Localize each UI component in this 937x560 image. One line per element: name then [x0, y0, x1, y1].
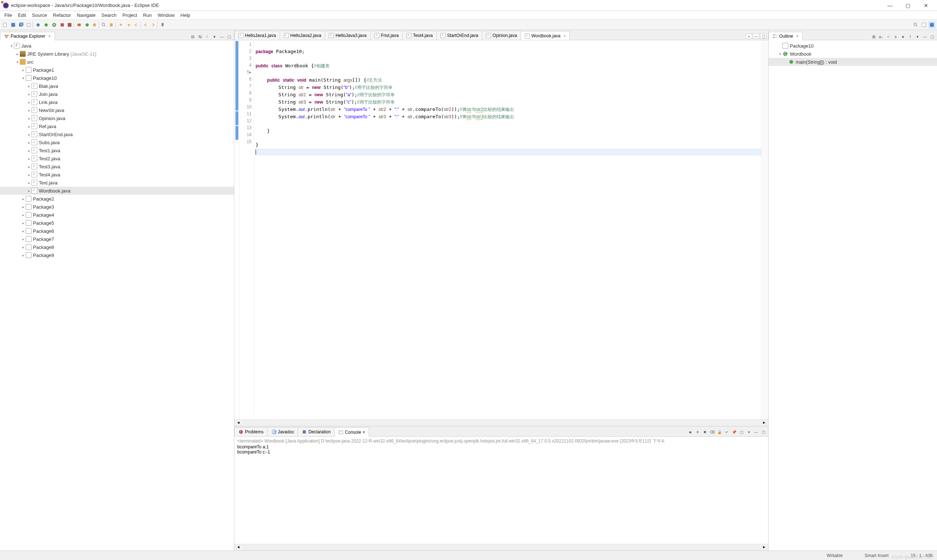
next-annotation-button[interactable]	[125, 21, 133, 29]
hide-local-button[interactable]: l	[907, 33, 914, 40]
sort-button[interactable]: a↓	[878, 33, 884, 40]
package-node[interactable]: ▸Package8	[0, 243, 234, 251]
editor-tab[interactable]: HelloJava3.java	[325, 31, 371, 40]
close-icon[interactable]: ×	[48, 34, 51, 39]
menu-navigate[interactable]: Navigate	[74, 12, 99, 18]
console-tab[interactable]: Console ×	[334, 428, 369, 437]
view-menu-button[interactable]: ▾	[914, 33, 921, 40]
quick-access-button[interactable]	[912, 21, 919, 29]
collapse-all-button[interactable]: ⊟	[189, 33, 196, 40]
coverage-button[interactable]	[59, 21, 66, 29]
package-node[interactable]: ▸ Package1	[0, 66, 234, 74]
menu-source[interactable]: Source	[29, 12, 50, 18]
prev-annotation-button[interactable]	[117, 21, 125, 29]
maximize-button[interactable]: ▢	[900, 0, 916, 11]
minimize-editor-button[interactable]: —	[753, 34, 760, 39]
editor-tab[interactable]: Opinion.java	[482, 31, 521, 40]
java-file-node[interactable]: ▸Subs.java	[0, 138, 234, 146]
new-package-button[interactable]	[76, 21, 83, 29]
java-file-node[interactable]: ▸Test3.java	[0, 163, 234, 171]
minimize-console-button[interactable]: —	[753, 429, 760, 435]
java-perspective-button[interactable]	[928, 21, 935, 29]
display-console-button[interactable]: ▢	[738, 429, 745, 435]
hide-nonpublic-button[interactable]: ●	[900, 33, 906, 40]
open-type-button-2[interactable]	[91, 21, 99, 29]
minimize-view-button[interactable]: —	[922, 33, 928, 40]
java-file-node[interactable]: ▸Link.java	[0, 98, 234, 106]
menu-file[interactable]: File	[2, 12, 15, 18]
editor-tab[interactable]: HelloJava2.java	[280, 31, 325, 40]
menu-search[interactable]: Search	[99, 12, 119, 18]
java-file-node[interactable]: ▸Blak.java	[0, 82, 234, 90]
package-explorer-tab[interactable]: Package Explorer ×	[0, 32, 55, 40]
package-node[interactable]: ▸Package6	[0, 227, 234, 235]
jre-library-node[interactable]: ▸ JRE System Library [JavaSE-11]	[0, 50, 234, 58]
outline-method-node[interactable]: main(String[]) : void	[769, 58, 937, 66]
maximize-view-button[interactable]: ▢	[929, 33, 935, 40]
code-area[interactable]: package Package10; public class Wordbook…	[254, 40, 761, 420]
java-file-node[interactable]: ▸Join.java	[0, 90, 234, 98]
package-node[interactable]: ▸Package4	[0, 211, 234, 219]
link-editor-button[interactable]: ⇆	[197, 33, 203, 40]
outline-class-node[interactable]: ▾ C Wordbook	[769, 50, 937, 58]
java-file-node[interactable]: ▸Opinion.java	[0, 114, 234, 122]
menu-refactor[interactable]: Refactor	[50, 12, 74, 18]
focus-active-button[interactable]: ⊞	[870, 33, 877, 40]
minimize-button[interactable]: —	[882, 0, 898, 11]
editor-body[interactable]: 12345▸6789101112131415 package Package10…	[234, 40, 768, 420]
menu-window[interactable]: Window	[155, 12, 177, 18]
package-node[interactable]: ▸Package3	[0, 203, 234, 211]
menu-edit[interactable]: Edit	[15, 12, 29, 18]
outline-tree[interactable]: Package10 ▾ C Wordbook main(String[]) : …	[769, 40, 937, 551]
minimize-view-button[interactable]: —	[219, 33, 225, 40]
editor-hscroll[interactable]: ◂ ▸	[234, 420, 768, 426]
package-node[interactable]: ▸Package5	[0, 219, 234, 227]
hide-static-button[interactable]: s	[892, 33, 899, 40]
package-node-open[interactable]: ▾ Package10	[0, 74, 234, 82]
project-node[interactable]: ▾ Java	[0, 42, 234, 50]
open-type-button[interactable]	[26, 21, 33, 29]
skip-breakpoints-button[interactable]	[34, 21, 42, 29]
java-file-node[interactable]: ▸Test2.java	[0, 154, 234, 163]
java-file-node[interactable]: ▸Wordbook.java	[0, 187, 234, 195]
scroll-lock-button[interactable]: 🔒	[716, 429, 723, 435]
menu-help[interactable]: Help	[177, 12, 193, 18]
outline-tab[interactable]: Outline ×	[769, 32, 803, 40]
last-edit-button[interactable]	[133, 21, 140, 29]
toggle-mark-button[interactable]	[108, 21, 116, 29]
close-icon[interactable]: ×	[796, 34, 798, 39]
java-file-node[interactable]: ▸Ref.java	[0, 122, 234, 130]
remove-all-button[interactable]: ✖	[701, 429, 708, 435]
package-tree[interactable]: ▾ Java ▸ JRE System Library [JavaSE-11] …	[0, 40, 234, 551]
forward-button[interactable]	[150, 21, 157, 29]
save-button[interactable]	[9, 21, 17, 29]
editor-tab[interactable]: Wordbook.java×	[521, 31, 570, 40]
maximize-view-button[interactable]: ▢	[226, 33, 233, 40]
menu-project[interactable]: Project	[119, 12, 140, 18]
debug-button[interactable]	[43, 21, 50, 29]
close-button[interactable]: ✕	[918, 0, 934, 11]
editor-tab[interactable]: Test4.java	[402, 31, 437, 40]
pin-button[interactable]	[159, 21, 166, 29]
problems-tab[interactable]: ! Problems	[234, 427, 268, 436]
close-icon[interactable]: ×	[564, 34, 566, 38]
maximize-editor-button[interactable]: ▢	[760, 34, 767, 39]
open-perspective-button[interactable]	[920, 21, 928, 29]
menu-run[interactable]: Run	[140, 12, 155, 18]
java-file-node[interactable]: ▸Test4.java	[0, 171, 234, 178]
terminate-button[interactable]: ■	[687, 429, 694, 435]
overview-ruler[interactable]	[761, 40, 768, 420]
javadoc-tab[interactable]: @ Javadoc	[267, 427, 298, 436]
pin-console-button[interactable]: 📌	[731, 429, 737, 435]
external-tools-button[interactable]	[67, 21, 74, 29]
search-button[interactable]	[100, 21, 108, 29]
java-file-node[interactable]: ▸StartOrEnd.java	[0, 130, 234, 138]
maximize-console-button[interactable]: ▢	[760, 429, 767, 435]
package-node[interactable]: ▸Package2	[0, 195, 234, 203]
word-wrap-button[interactable]: ↵	[724, 429, 730, 435]
java-file-node[interactable]: ▸Test1.java	[0, 146, 234, 154]
java-file-node[interactable]: ▸NewStr.java	[0, 106, 234, 114]
back-button[interactable]	[142, 21, 149, 29]
view-menu-button[interactable]: ▾	[211, 33, 218, 40]
remove-launch-button[interactable]: ✕	[694, 429, 701, 435]
